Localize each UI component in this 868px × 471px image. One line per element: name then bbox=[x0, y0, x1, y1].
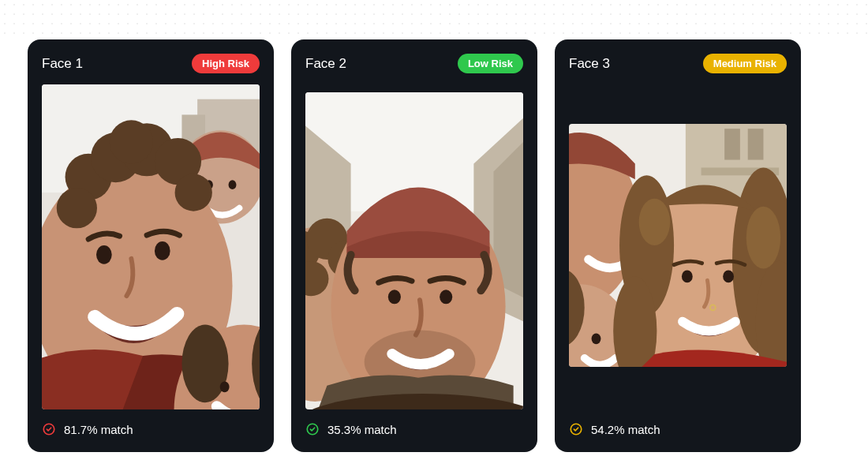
face-card-3[interactable]: Face 3 Medium Risk bbox=[555, 39, 801, 452]
card-title: Face 3 bbox=[569, 56, 610, 72]
face-card-2[interactable]: Face 2 Low Risk bbox=[291, 39, 537, 452]
face-image-2 bbox=[305, 92, 523, 409]
card-footer: 54.2% match bbox=[569, 422, 787, 436]
svg-point-34 bbox=[440, 290, 452, 304]
card-header: Face 3 Medium Risk bbox=[569, 54, 787, 73]
svg-rect-40 bbox=[724, 129, 740, 159]
check-circle-icon bbox=[569, 422, 583, 436]
svg-point-12 bbox=[57, 188, 97, 228]
svg-point-46 bbox=[592, 333, 601, 344]
svg-point-15 bbox=[96, 245, 112, 264]
match-percentage: 81.7% match bbox=[64, 423, 133, 436]
svg-point-54 bbox=[682, 271, 693, 283]
face-image-1 bbox=[42, 84, 260, 409]
check-circle-icon bbox=[42, 422, 56, 436]
card-header: Face 2 Low Risk bbox=[305, 54, 523, 73]
match-percentage: 35.3% match bbox=[327, 423, 397, 436]
svg-point-33 bbox=[388, 290, 401, 304]
svg-point-16 bbox=[155, 241, 170, 260]
svg-point-20 bbox=[220, 382, 230, 393]
decorative-dot-pattern bbox=[0, 0, 868, 39]
svg-rect-41 bbox=[748, 129, 764, 159]
face-card-1[interactable]: Face 1 High Risk bbox=[28, 39, 274, 452]
card-title: Face 1 bbox=[42, 56, 83, 72]
risk-badge-low: Low Risk bbox=[458, 54, 523, 73]
match-percentage: 54.2% match bbox=[591, 423, 660, 436]
face-cards-row: Face 1 High Risk bbox=[28, 39, 801, 452]
card-footer: 35.3% match bbox=[305, 422, 523, 436]
svg-point-6 bbox=[229, 180, 237, 189]
risk-badge-high: High Risk bbox=[192, 54, 260, 73]
svg-point-53 bbox=[639, 199, 670, 245]
check-circle-icon bbox=[305, 422, 320, 436]
svg-point-52 bbox=[746, 207, 780, 269]
risk-badge-medium: Medium Risk bbox=[703, 54, 787, 73]
svg-point-13 bbox=[175, 174, 212, 211]
svg-point-55 bbox=[723, 271, 734, 283]
card-footer: 81.7% match bbox=[42, 422, 260, 436]
svg-point-14 bbox=[110, 120, 153, 163]
card-header: Face 1 High Risk bbox=[42, 54, 260, 73]
card-title: Face 2 bbox=[305, 56, 346, 72]
face-image-3 bbox=[569, 124, 787, 367]
